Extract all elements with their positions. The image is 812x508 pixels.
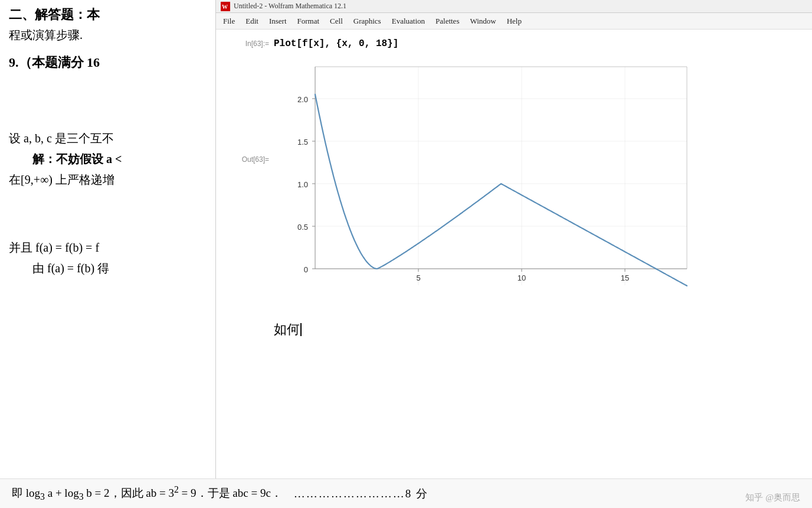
text-line-1: 二、解答题：本: [9, 6, 209, 24]
input-cell[interactable]: In[63]:= Plot[f[x], {x, 0, 18}]: [228, 38, 800, 49]
blank-section: [9, 83, 209, 131]
svg-text:10: 10: [518, 273, 526, 282]
text-line-2: 程或演算步骤.: [9, 27, 209, 43]
menu-insert[interactable]: Insert: [264, 15, 292, 28]
menu-cell[interactable]: Cell: [325, 15, 348, 28]
watermark: 知乎 @奥而思: [745, 492, 800, 503]
text-input-area[interactable]: 如何: [274, 321, 800, 338]
window-title: Untitled-2 - Wolfram Mathematica 12.1: [234, 2, 346, 11]
mathematica-window: W Untitled-2 - Wolfram Mathematica 12.1 …: [215, 0, 812, 508]
svg-rect-2: [274, 55, 711, 309]
plot-svg: 0 0.5 1.0 1.5 2.0 5 10 15: [274, 55, 711, 309]
menu-evaluation[interactable]: Evaluation: [387, 15, 430, 28]
plot-command: Plot[f[x], {x, 0, 18}]: [274, 38, 398, 49]
left-panel: 二、解答题：本 程或演算步骤. 9.（本题满分 16 设 a, b, c 是三个…: [0, 0, 218, 508]
menu-palettes[interactable]: Palettes: [431, 15, 464, 28]
svg-text:0: 0: [304, 265, 308, 274]
blank-section-2: [9, 193, 209, 240]
svg-text:1.0: 1.0: [297, 180, 308, 189]
menu-edit[interactable]: Edit: [241, 15, 263, 28]
text-line-7: 并且 f(a) = f(b) = f: [9, 240, 209, 256]
output-cell: Out[63]=: [228, 55, 800, 309]
text-line-3: 9.（本题满分 16: [9, 54, 209, 71]
text-line-8: 由 f(a) = f(b) 得: [32, 260, 209, 276]
menu-bar: File Edit Insert Format Cell Graphics Ev…: [216, 13, 812, 30]
text-line-6: 在[9,+∞) 上严格递增: [9, 172, 209, 188]
app-icon: W: [221, 2, 230, 11]
menu-format[interactable]: Format: [293, 15, 325, 28]
svg-text:5: 5: [416, 273, 420, 282]
text-line-5: 解：不妨假设 a <: [32, 151, 209, 167]
output-label: Out[63]=: [228, 55, 269, 164]
notebook-content[interactable]: In[63]:= Plot[f[x], {x, 0, 18}] Out[63]=: [216, 30, 812, 508]
bottom-bar: 即 log3 a + log3 b = 2，因此 ab = 32 = 9．于是 …: [0, 478, 812, 508]
menu-help[interactable]: Help: [502, 15, 526, 28]
title-bar: W Untitled-2 - Wolfram Mathematica 12.1: [216, 0, 812, 13]
score-dots: ………………………8 分: [294, 486, 428, 502]
text-line-4: 设 a, b, c 是三个互不: [9, 131, 209, 146]
menu-file[interactable]: File: [218, 15, 240, 28]
cell-code[interactable]: Plot[f[x], {x, 0, 18}]: [274, 38, 398, 49]
svg-text:0.5: 0.5: [297, 223, 308, 232]
chinese-text-input[interactable]: 如何: [274, 321, 300, 338]
svg-text:W: W: [222, 4, 228, 10]
svg-text:1.5: 1.5: [297, 138, 308, 146]
text-cursor: [300, 323, 302, 336]
svg-text:15: 15: [621, 273, 629, 282]
bottom-formula: 即 log3 a + log3 b = 2，因此 ab = 32 = 9．于是 …: [12, 484, 282, 502]
input-label: In[63]:=: [228, 38, 269, 48]
svg-text:2.0: 2.0: [297, 95, 308, 104]
menu-window[interactable]: Window: [465, 15, 500, 28]
menu-graphics[interactable]: Graphics: [349, 15, 386, 28]
plot-area: 0 0.5 1.0 1.5 2.0 5 10 15: [274, 55, 711, 309]
